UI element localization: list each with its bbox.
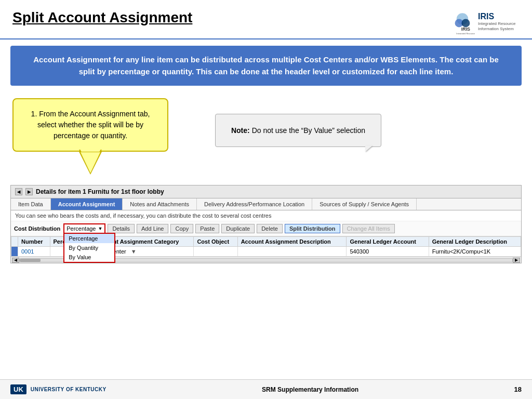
col-header-marker <box>11 237 18 247</box>
cell-cost-object <box>194 247 237 257</box>
cell-gl-account: 540300 <box>347 247 429 257</box>
split-distribution-button[interactable]: Split Distribution <box>285 224 340 233</box>
callout-yellow-box: 1. From the Account Assignment tab, sele… <box>12 98 168 152</box>
delete-button[interactable]: Delete <box>257 224 283 233</box>
tab-account-assignment[interactable]: Account Assignment <box>51 198 123 210</box>
footer-page-number: 18 <box>514 385 522 393</box>
uk-logo: UK <box>10 384 26 394</box>
tab-sources-supply[interactable]: Sources of Supply / Service Agents <box>312 198 417 210</box>
col-header-cost-object: Cost Object <box>194 237 237 247</box>
add-line-button[interactable]: Add Line <box>137 224 168 233</box>
note-label: Note: <box>231 126 250 135</box>
tab-delivery-address[interactable]: Delivery Address/Performance Location <box>197 198 312 210</box>
sap-tabs: Item Data Account Assignment Notes and A… <box>11 198 521 210</box>
row-marker <box>11 247 18 257</box>
dropdown-arrow-icon: ▼ <box>98 226 102 231</box>
col-header-gl-account: General Ledger Account <box>347 237 429 247</box>
duplicate-button[interactable]: Duplicate <box>221 224 255 233</box>
note-box: Note: Do not use the “By Value” selectio… <box>215 114 381 147</box>
main-content-area: 1. From the Account Assignment tab, sele… <box>0 92 532 181</box>
dropdown-option-by-value[interactable]: By Value <box>64 252 114 262</box>
info-box: Account Assignment for any line item can… <box>10 46 522 86</box>
paste-button[interactable]: Paste <box>195 224 219 233</box>
cell-gl-description: Furnitu<2K/Compu<1K <box>429 247 521 257</box>
cost-distribution-label: Cost Distribution <box>14 225 60 232</box>
sap-panel: ◀ ▶ Details for item 1 Furnitu for 1st f… <box>10 185 522 263</box>
page-header: Split Account Assignment IRIS Integrated… <box>0 0 532 39</box>
scroll-right-btn[interactable]: ▶ <box>513 258 520 263</box>
note-text: Do not use the “By Value” selection <box>252 126 365 135</box>
category-dropdown-icon[interactable]: ▼ <box>131 248 137 255</box>
col-header-gl-desc: General Ledger Description <box>429 237 521 247</box>
sap-info-bar: You can see who bears the costs and, if … <box>11 210 521 221</box>
col-header-number: Number <box>18 237 50 247</box>
nav-prev-btn[interactable]: ◀ <box>15 188 22 195</box>
cell-number: 0001 <box>18 247 50 257</box>
change-all-items-button[interactable]: Change All Items <box>342 224 395 233</box>
sap-panel-header: ◀ ▶ Details for item 1 Furnitu for 1st f… <box>11 185 521 198</box>
details-button[interactable]: Details <box>108 224 135 233</box>
cost-distribution-dropdown[interactable]: Percentage ▼ Percentage By Quantity By V… <box>63 223 105 234</box>
panel-title: Details for item 1 Furnitu for 1st floor… <box>36 188 164 195</box>
footer-center-text: SRM Supplementary Information <box>262 386 358 393</box>
dropdown-selected-value: Percentage <box>66 225 96 232</box>
cell-description <box>237 247 347 257</box>
sap-toolbar: Cost Distribution Percentage ▼ Percentag… <box>11 221 521 236</box>
nav-next-btn[interactable]: ▶ <box>25 188 33 195</box>
svg-point-2 <box>461 19 470 27</box>
dropdown-option-percentage[interactable]: Percentage <box>64 234 114 243</box>
dropdown-list: Percentage By Quantity By Value <box>63 233 115 263</box>
tab-item-data[interactable]: Item Data <box>11 198 51 210</box>
footer-left: UK UNIVERSITY OF KENTUCKY <box>10 384 107 394</box>
row-number-link[interactable]: 0001 <box>21 248 34 255</box>
col-header-description: Account Assignment Description <box>237 237 347 247</box>
svg-text:IRIS: IRIS <box>461 26 470 32</box>
scroll-left-btn[interactable]: ◀ <box>12 258 19 263</box>
scrollbar-thumb <box>20 259 41 262</box>
logo-area: IRIS Integrated Resource Information Sys… <box>450 9 520 34</box>
iris-logo-text: IRIS <box>478 12 520 21</box>
iris-logo-icon: IRIS Integrated Resource Information Sys… <box>450 9 475 34</box>
copy-button[interactable]: Copy <box>170 224 193 233</box>
svg-text:Integrated Resource: Integrated Resource <box>456 32 475 34</box>
page-footer: UK UNIVERSITY OF KENTUCKY SRM Supplement… <box>0 379 532 399</box>
dropdown-option-by-quantity[interactable]: By Quantity <box>64 243 114 252</box>
tab-notes-attachments[interactable]: Notes and Attachments <box>123 198 197 210</box>
page-title: Split Account Assignment <box>12 9 192 26</box>
iris-logo-subtext: Integrated Resource Information System <box>478 21 520 31</box>
university-text: UNIVERSITY OF KENTUCKY <box>31 387 107 392</box>
